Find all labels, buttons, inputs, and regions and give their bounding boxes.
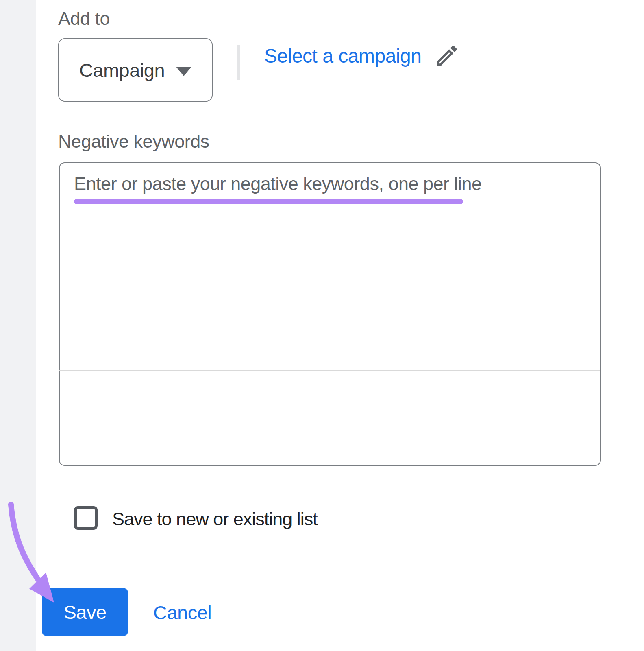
save-to-list-checkbox[interactable] <box>74 506 98 530</box>
edit-pencil-icon[interactable] <box>433 42 460 69</box>
add-to-label: Add to <box>58 8 110 29</box>
negative-keywords-panel: Add to Campaign Select a campaign Negati… <box>0 0 644 651</box>
select-campaign-row: Select a campaign <box>264 42 460 70</box>
page-background-strip <box>0 0 36 651</box>
negative-keywords-textarea[interactable] <box>59 162 601 466</box>
save-to-list-label: Save to new or existing list <box>112 509 318 530</box>
save-button[interactable]: Save <box>42 588 128 636</box>
negative-keywords-label: Negative keywords <box>58 131 209 152</box>
footer-divider <box>36 568 644 568</box>
add-to-level-dropdown[interactable]: Campaign <box>58 38 213 102</box>
dropdown-selected-value: Campaign <box>79 59 165 81</box>
select-campaign-link[interactable]: Select a campaign <box>264 45 421 67</box>
cancel-button[interactable]: Cancel <box>153 601 211 624</box>
chevron-down-icon <box>176 67 191 76</box>
vertical-divider <box>237 45 240 80</box>
